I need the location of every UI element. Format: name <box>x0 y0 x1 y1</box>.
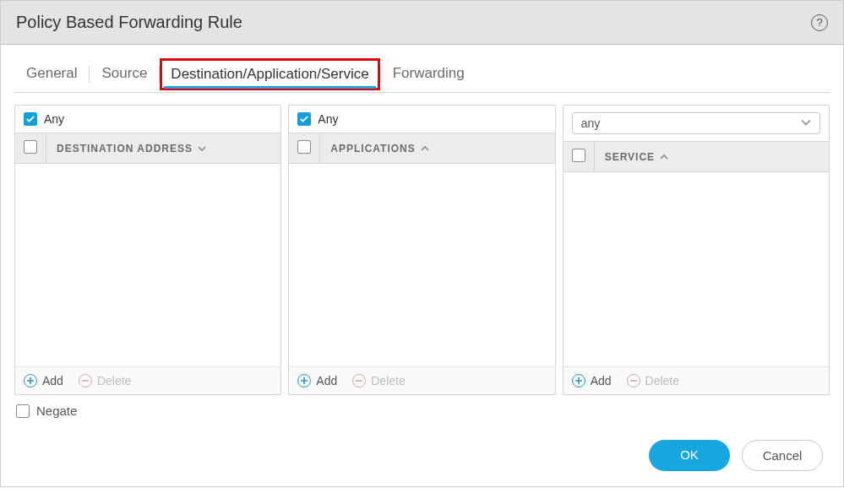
dialog-actions: OK Cancel <box>14 426 830 471</box>
check-icon <box>299 114 309 124</box>
service-select-value: any <box>581 117 601 130</box>
plus-icon <box>572 374 585 387</box>
service-selectall-cell <box>564 142 595 171</box>
destination-add-button[interactable]: Add <box>24 374 63 387</box>
chevron-down-icon <box>198 144 206 153</box>
delete-label: Delete <box>645 374 679 387</box>
destination-any-label: Any <box>44 112 64 126</box>
dialog-body: General Source Destination/Application/S… <box>1 57 843 486</box>
destination-any-checkbox[interactable] <box>24 112 37 126</box>
negate-label: Negate <box>36 404 77 418</box>
applications-selectall-cell <box>289 133 320 163</box>
applications-add-button[interactable]: Add <box>297 374 337 387</box>
destination-column-label: DESTINATION ADDRESS <box>57 143 193 154</box>
minus-icon <box>627 374 640 387</box>
service-column-label: SERVICE <box>605 151 655 163</box>
applications-column-header: APPLICATIONS <box>289 133 554 164</box>
service-column-header: SERVICE <box>564 141 829 172</box>
service-selectall-checkbox[interactable] <box>572 149 585 162</box>
destination-column-name[interactable]: DESTINATION ADDRESS <box>46 136 280 161</box>
help-icon[interactable]: ? <box>811 14 828 31</box>
dialog-window: Policy Based Forwarding Rule ? General S… <box>0 0 844 487</box>
tab-bar: General Source Destination/Application/S… <box>14 57 830 93</box>
applications-column-name[interactable]: APPLICATIONS <box>320 136 554 161</box>
chevron-up-icon <box>421 144 429 153</box>
delete-label: Delete <box>97 374 131 387</box>
destination-footer: Add Delete <box>15 366 280 394</box>
service-footer: Add Delete <box>564 366 829 394</box>
destination-list <box>15 164 280 366</box>
plus-icon <box>297 374 311 387</box>
titlebar: Policy Based Forwarding Rule ? <box>1 1 843 45</box>
dialog-title: Policy Based Forwarding Rule <box>16 13 242 32</box>
tab-forwarding[interactable]: Forwarding <box>381 57 476 92</box>
destination-column-header: DESTINATION ADDRESS <box>15 133 280 164</box>
chevron-down-icon <box>801 117 811 130</box>
check-icon <box>25 114 35 124</box>
service-add-button[interactable]: Add <box>572 374 612 387</box>
plus-icon <box>24 374 37 387</box>
service-delete-button[interactable]: Delete <box>627 374 679 387</box>
tab-destination-application-service[interactable]: Destination/Application/Service <box>160 58 379 90</box>
destination-delete-button[interactable]: Delete <box>79 374 131 387</box>
minus-icon <box>79 374 92 387</box>
applications-footer: Add Delete <box>289 366 554 394</box>
destination-selectall-checkbox[interactable] <box>24 140 37 154</box>
applications-selectall-checkbox[interactable] <box>297 140 311 154</box>
minus-icon <box>352 374 366 387</box>
tab-source[interactable]: Source <box>90 57 159 92</box>
destination-any-row: Any <box>15 106 280 133</box>
tab-general[interactable]: General <box>14 57 89 92</box>
service-select[interactable]: any <box>572 112 820 134</box>
applications-column-label: APPLICATIONS <box>330 143 415 154</box>
destination-selectall-cell <box>15 133 46 163</box>
chevron-up-icon <box>660 153 668 161</box>
ok-button[interactable]: OK <box>649 440 730 471</box>
service-list <box>564 172 829 366</box>
service-column-name[interactable]: SERVICE <box>595 144 829 170</box>
add-label: Add <box>316 374 337 387</box>
add-label: Add <box>591 374 612 387</box>
applications-delete-button[interactable]: Delete <box>352 374 405 387</box>
applications-any-checkbox[interactable] <box>297 112 311 126</box>
applications-any-label: Any <box>318 112 338 126</box>
applications-any-row: Any <box>289 106 554 133</box>
negate-checkbox[interactable] <box>16 404 30 418</box>
service-panel: any SERVICE <box>563 105 830 395</box>
applications-list <box>289 164 554 366</box>
panels-row: Any DESTINATION ADDRESS <box>14 105 830 395</box>
delete-label: Delete <box>371 374 405 387</box>
negate-row: Negate <box>14 395 830 426</box>
cancel-button[interactable]: Cancel <box>742 440 823 471</box>
add-label: Add <box>42 374 63 387</box>
tab-highlight: Destination/Application/Service <box>160 57 379 92</box>
applications-panel: Any APPLICATIONS <box>288 105 555 395</box>
service-select-row: any <box>564 106 829 141</box>
destination-panel: Any DESTINATION ADDRESS <box>14 105 281 395</box>
